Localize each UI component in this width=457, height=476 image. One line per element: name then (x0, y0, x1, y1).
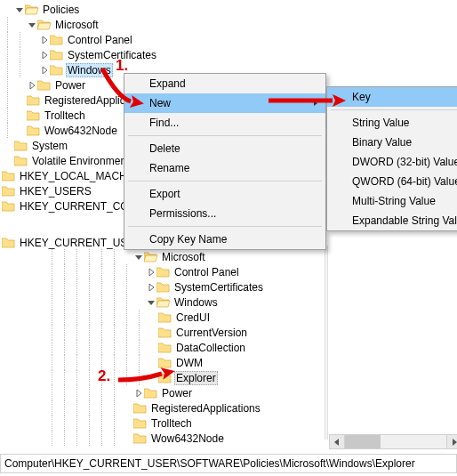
tree-label: SystemCertificates (172, 281, 265, 294)
chevron-right-icon[interactable] (146, 267, 156, 278)
menu-item-expandablestring[interactable]: Expandable String Value (327, 211, 457, 230)
folder-icon (158, 327, 172, 339)
folder-icon (50, 64, 64, 77)
folder-icon (2, 185, 16, 198)
tree-node-wow6432[interactable]: Wow6432Node (46, 431, 331, 446)
tree-label: DWM (174, 357, 204, 369)
menu-item-expand[interactable]: Expand (124, 74, 325, 93)
chevron-down-icon[interactable] (133, 252, 144, 262)
tree-label: Wow6432Node (43, 125, 119, 137)
tree-node-power[interactable]: Power (46, 385, 331, 400)
menu-item-new[interactable]: New (124, 93, 325, 113)
folder-icon (27, 125, 41, 137)
menu-separator (128, 226, 322, 227)
tree-node-controlpanel[interactable]: Control Panel (46, 264, 331, 279)
tree-node-policies[interactable]: Policies (2, 2, 457, 17)
tree-node-credui[interactable]: CredUI (46, 310, 331, 325)
tree-node-dwm[interactable]: DWM (46, 355, 331, 370)
tree-label: Control Panel (66, 34, 134, 46)
folder-icon (158, 357, 172, 369)
pane-splitter[interactable] (325, 246, 328, 440)
chevron-right-icon[interactable] (27, 80, 37, 91)
tree-node-systemcertificates[interactable]: SystemCertificates (2, 47, 457, 62)
tree-label: Power (53, 79, 87, 92)
menu-item-multistring[interactable]: Multi-String Value (327, 191, 457, 211)
folder-open-icon (144, 251, 158, 263)
folder-icon (144, 387, 158, 399)
tree-label: SystemCertificates (66, 49, 158, 61)
folder-icon (2, 200, 16, 213)
menu-item-delete[interactable]: Delete (124, 139, 325, 158)
scroll-thumb[interactable] (345, 435, 381, 448)
menu-item-find[interactable]: Find... (124, 113, 325, 133)
folder-open-icon (156, 296, 171, 309)
tree-node-controlpanel[interactable]: Control Panel (2, 32, 457, 47)
tree-label-selected: Windows (66, 63, 113, 77)
menu-item-label: New (149, 97, 171, 109)
folder-icon (27, 109, 41, 122)
folder-icon (50, 34, 64, 46)
tree-node-microsoft[interactable]: Microsoft (46, 249, 331, 264)
tree-label: RegisteredApplic (43, 94, 127, 107)
folder-icon (14, 140, 28, 152)
menu-item-export[interactable]: Export (124, 184, 325, 204)
tree-label: DataCollection (174, 342, 247, 354)
tree-node-currentversion[interactable]: CurrentVersion (46, 325, 331, 340)
folder-icon (158, 372, 172, 384)
menu-item-rename[interactable]: Rename (124, 158, 325, 178)
menu-separator (331, 109, 457, 110)
menu-item-copykeyname[interactable]: Copy Key Name (124, 230, 325, 249)
statusbar-path: Computer\HKEY_CURRENT_USER\SOFTWARE\Poli… (0, 454, 457, 473)
chevron-right-icon[interactable] (146, 282, 156, 293)
menu-item-key[interactable]: Key (327, 87, 457, 107)
chevron-right-icon[interactable] (133, 388, 144, 399)
tree-node-trolltech[interactable]: Trolltech (46, 415, 331, 431)
tree-node-windows[interactable]: Windows (46, 294, 331, 310)
folder-icon (37, 79, 52, 92)
menu-item-binaryvalue[interactable]: Binary Value (327, 133, 457, 152)
tree-node-microsoft[interactable]: Microsoft (2, 17, 457, 32)
menu-separator (128, 181, 322, 182)
folder-icon (156, 266, 171, 278)
folder-icon (156, 281, 171, 294)
folder-icon (133, 402, 148, 415)
folder-icon (158, 311, 172, 324)
tree-node-registeredapplications[interactable]: RegisteredApplications (46, 400, 331, 415)
tree-label: RegisteredApplications (149, 402, 262, 415)
tree-label: Volatile Environment (30, 155, 131, 167)
menu-item-stringvalue[interactable]: String Value (327, 113, 457, 133)
chevron-right-icon[interactable] (39, 50, 50, 61)
chevron-right-icon[interactable] (39, 35, 50, 45)
chevron-right-icon[interactable] (39, 65, 50, 76)
folder-icon (158, 342, 172, 354)
tree-label: Microsoft (160, 251, 207, 263)
menu-item-permissions[interactable]: Permissions... (124, 204, 325, 223)
tree-node-explorer-selected[interactable]: Explorer (46, 370, 331, 385)
tree-label: CurrentVersion (174, 327, 249, 339)
tree-label: Wow6432Node (149, 432, 226, 445)
menu-item-qword[interactable]: QWORD (64-bit) Value (327, 172, 457, 191)
folder-icon (14, 155, 28, 167)
folder-icon (2, 170, 16, 182)
folder-icon (133, 432, 148, 445)
folder-icon (27, 94, 41, 107)
scroll-right-button[interactable] (446, 435, 457, 448)
tree-node-datacollection[interactable]: DataCollection (46, 340, 331, 355)
scroll-track[interactable] (345, 435, 446, 448)
tree-label: Power (160, 387, 194, 399)
chevron-down-icon[interactable] (146, 297, 156, 308)
chevron-down-icon[interactable] (27, 20, 37, 30)
chevron-down-icon[interactable] (14, 4, 25, 15)
scrollbar-horizontal[interactable] (329, 434, 457, 449)
tree-label: System (30, 140, 69, 152)
tree-label-selected: Explorer (174, 371, 218, 385)
menu-item-dword[interactable]: DWORD (32-bit) Value (327, 152, 457, 172)
tree-node-systemcertificates[interactable]: SystemCertificates (46, 279, 331, 294)
context-submenu-new: Key String Value Binary Value DWORD (32-… (326, 86, 457, 231)
tree-label: Microsoft (53, 19, 100, 31)
scroll-left-button[interactable] (330, 435, 345, 448)
tree-label: Control Panel (172, 266, 241, 278)
tree-label: CredUI (174, 311, 212, 324)
tree-label: Trolltech (43, 109, 87, 122)
tree-label: Trolltech (149, 417, 194, 430)
